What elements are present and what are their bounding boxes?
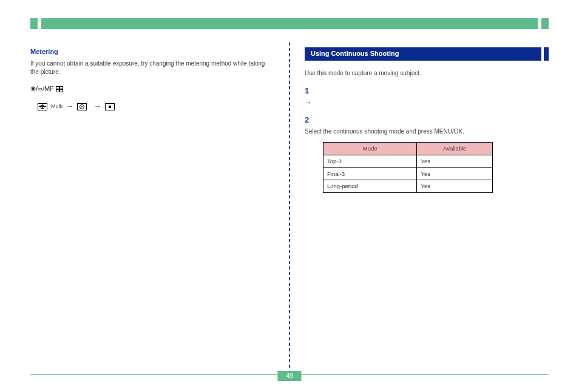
step1-body: → (305, 98, 549, 108)
right-section-bar: Using Continuous Shooting (305, 47, 549, 61)
focus-mode-symbols: ❀/∞/MF (30, 85, 56, 92)
left-intro: If you cannot obtain a suitable exposure… (30, 59, 274, 77)
right-column: Using Continuous Shooting Use this mode … (290, 47, 549, 363)
table-cell: Long-period (323, 180, 417, 193)
table-cell: Yes (417, 155, 493, 167)
spot-metering-icon (105, 103, 115, 110)
step2-number: 2 (305, 115, 549, 126)
table-cell: Yes (417, 167, 493, 180)
table-head-mode: Mode (323, 143, 417, 155)
step2-body: Select the continuous shooting mode and … (305, 127, 549, 137)
left-heading: Metering (30, 47, 274, 57)
table-cell: Top-3 (323, 155, 417, 167)
center-metering-icon (77, 103, 87, 110)
multi-metering-icon (38, 103, 47, 110)
table-cell: Final-3 (323, 167, 417, 180)
step-1: ❀/∞/MF (30, 84, 274, 94)
step1-number: 1 (305, 86, 549, 97)
thumbnail-icon (56, 86, 63, 92)
table-row: Long-period Yes (323, 180, 493, 193)
right-intro: Use this mode to capture a moving subjec… (305, 69, 549, 78)
arrow-icon: → (94, 101, 101, 112)
arrow-icon: → (66, 101, 73, 112)
page-number-badge: 49 (277, 371, 301, 381)
right-section-title: Using Continuous Shooting (311, 49, 399, 59)
metering-options-row: Multi → → (38, 101, 274, 112)
column-divider (288, 41, 291, 369)
section-header-title (41, 18, 538, 29)
table-row: Final-3 Yes (323, 167, 493, 180)
arrow-icon: → (305, 98, 312, 107)
table-cell: Yes (417, 180, 493, 193)
left-column: Metering If you cannot obtain a suitable… (30, 47, 290, 363)
multi-label: Multi (51, 103, 63, 110)
modes-table: Mode Available Top-3 Yes Final-3 Yes Lon… (323, 142, 493, 193)
section-header-bar (30, 18, 549, 29)
table-head-value: Available (417, 143, 493, 155)
table-row: Top-3 Yes (323, 155, 493, 167)
